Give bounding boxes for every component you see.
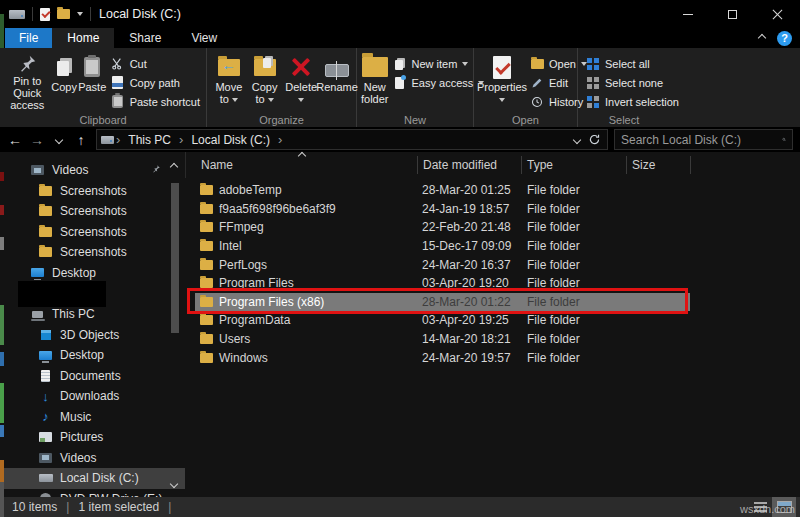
sidebar-item-label: Screenshots — [60, 184, 127, 198]
column-header-date-modified[interactable]: Date modified — [418, 155, 522, 175]
properties-button[interactable]: Properties — [478, 51, 526, 111]
sidebar-item[interactable]: Local Disk (C:) — [0, 468, 185, 489]
file-date-modified: 24-Mar-20 16:37 — [422, 258, 527, 272]
help-icon[interactable]: ? — [777, 31, 792, 46]
file-row[interactable]: FFmpeg 22-Feb-20 21:48 File folder — [195, 218, 690, 237]
column-header-size[interactable]: Size — [627, 155, 691, 175]
sidebar-item[interactable]: Screenshots — [0, 201, 185, 222]
new-folder-button[interactable]: New folder — [361, 51, 389, 111]
sidebar-item[interactable]: ♪ Music — [0, 407, 185, 428]
sidebar-item[interactable]: Desktop — [0, 345, 185, 366]
sidebar-item-icon — [38, 349, 53, 362]
sidebar-item[interactable]: Screenshots — [0, 181, 185, 202]
folder-icon — [200, 185, 213, 195]
sidebar-item-icon — [38, 472, 53, 485]
file-name: Intel — [219, 239, 242, 253]
search-input[interactable] — [615, 133, 782, 147]
forward-button[interactable]: → — [26, 129, 48, 151]
close-icon — [772, 9, 783, 20]
group-label-select: Select — [578, 114, 670, 126]
collapse-ribbon-icon[interactable] — [758, 34, 766, 42]
refresh-icon[interactable] — [588, 133, 601, 146]
minimize-button[interactable] — [665, 0, 710, 28]
qat-customize-caret-icon[interactable] — [77, 12, 83, 16]
select-none-button[interactable]: Select none — [582, 73, 683, 92]
sidebar-item-label: 3D Objects — [60, 328, 119, 342]
sidebar-item[interactable]: Screenshots — [0, 222, 185, 243]
copy-path-button[interactable]: Copy path — [107, 73, 204, 92]
new-folder-quick-icon[interactable] — [57, 9, 70, 19]
sidebar-item-label: Videos — [60, 451, 96, 465]
sidebar-item-icon — [30, 164, 45, 177]
details-view-button[interactable] — [748, 497, 772, 517]
sidebar-item[interactable]: Documents — [0, 366, 185, 387]
pin-to-quick-access-button[interactable]: Pin to Quick access — [4, 51, 51, 111]
breadcrumb-this-pc[interactable]: This PC — [122, 133, 177, 147]
sidebar-item[interactable]: Screenshots — [0, 242, 185, 263]
rename-button[interactable]: Rename — [320, 51, 354, 111]
file-row[interactable]: f9aa5f698f96be6af3f9 24-Jan-19 18:57 Fil… — [195, 200, 690, 219]
paste-shortcut-button[interactable]: Paste shortcut — [107, 92, 204, 111]
tab-home[interactable]: Home — [52, 28, 114, 48]
group-label-open: Open — [474, 114, 577, 126]
sidebar-item-label: Music — [60, 410, 91, 424]
cut-button[interactable]: Cut — [107, 54, 204, 73]
copy-icon — [59, 53, 69, 81]
sidebar-item[interactable]: Videos — [0, 448, 185, 469]
selection-count: 1 item selected — [78, 500, 159, 514]
column-header-name[interactable]: Name — [186, 155, 418, 175]
sidebar-item[interactable]: Desktop — [0, 263, 185, 284]
file-row[interactable]: Program Files (x86) 28-Mar-20 01:22 File… — [195, 293, 690, 312]
close-button[interactable] — [755, 0, 800, 28]
paste-button[interactable]: Paste — [78, 51, 107, 111]
invert-selection-button[interactable]: Invert selection — [582, 92, 683, 111]
file-row[interactable]: Program Files 03-Apr-20 19:20 File folde… — [195, 274, 690, 293]
sidebar-scrollbar[interactable] — [171, 183, 179, 333]
sidebar-item[interactable]: 3D Objects — [0, 325, 185, 346]
thumbnails-view-button[interactable] — [772, 497, 796, 517]
paste-shortcut-icon — [111, 95, 125, 108]
move-to-button[interactable]: ← Move to — [211, 51, 247, 111]
up-button[interactable]: ↑ — [70, 129, 92, 151]
address-field[interactable]: › This PC › Local Disk (C:) › — [96, 129, 608, 150]
select-all-button[interactable]: Select all — [582, 54, 683, 73]
column-header-type[interactable]: Type — [522, 155, 627, 175]
copy-to-icon — [254, 53, 276, 81]
file-row[interactable]: Intel 15-Dec-17 09:09 File folder — [195, 237, 690, 256]
file-row[interactable]: ProgramData 03-Apr-20 19:25 File folder — [195, 311, 690, 330]
file-row[interactable]: PerfLogs 24-Mar-20 16:37 File folder — [195, 255, 690, 274]
sidebar-item-icon — [38, 225, 53, 238]
tab-share[interactable]: Share — [114, 28, 176, 48]
breadcrumb-local-disk[interactable]: Local Disk (C:) — [185, 133, 276, 147]
sidebar-item[interactable]: DVD RW Drive (E:) — [0, 489, 185, 498]
file-row[interactable]: Windows 24-Mar-20 19:57 File folder — [195, 348, 690, 367]
file-row[interactable]: adobeTemp 28-Mar-20 01:25 File folder — [195, 181, 690, 200]
breadcrumb-separator: › — [276, 132, 284, 147]
tab-view[interactable]: View — [176, 28, 232, 48]
search-box[interactable] — [614, 129, 793, 150]
properties-quick-icon[interactable] — [40, 8, 50, 21]
copy-to-button[interactable]: Copy to — [247, 51, 283, 111]
maximize-button[interactable] — [710, 0, 755, 28]
copy-button[interactable]: Copy — [51, 51, 78, 111]
recent-locations-button[interactable] — [48, 129, 70, 151]
tab-file[interactable]: File — [5, 28, 52, 48]
ribbon-group-clipboard: Pin to Quick access Copy Paste Cut — [0, 48, 207, 127]
folder-icon — [200, 278, 213, 288]
sidebar-item[interactable]: Pictures — [0, 427, 185, 448]
easy-access-icon — [393, 77, 407, 89]
breadcrumb-separator: › — [114, 132, 122, 147]
ribbon-group-select: Select all Select none Invert selection … — [578, 48, 670, 127]
sidebar-item[interactable]: Videos — [0, 160, 185, 181]
sidebar-item[interactable]: This PC — [0, 304, 185, 325]
back-button[interactable]: ← — [4, 129, 26, 151]
sidebar-item[interactable]: ↓ Downloads — [0, 386, 185, 407]
folder-icon — [200, 315, 213, 325]
file-name: Windows — [219, 351, 268, 365]
address-dropdown-icon[interactable] — [573, 135, 581, 143]
sidebar-item-icon — [38, 205, 53, 218]
ribbon-tab-row: File Home Share View ? — [0, 28, 800, 48]
file-row[interactable]: Users 14-Mar-20 18:21 File folder — [195, 330, 690, 349]
delete-button[interactable]: Delete — [282, 51, 320, 111]
delete-x-icon — [290, 53, 312, 81]
